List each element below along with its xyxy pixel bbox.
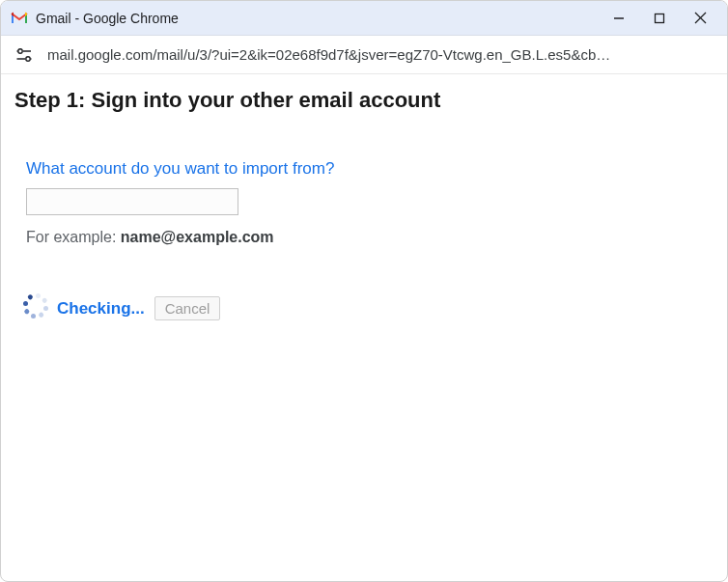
spinner-icon (28, 299, 47, 319)
svg-rect-1 (656, 14, 664, 22)
status-text: Checking... (57, 299, 145, 319)
url-text: mail.google.com/mail/u/3/?ui=2&ik=02e68f… (47, 46, 714, 63)
window-controls (609, 9, 710, 28)
minimize-button[interactable] (609, 9, 629, 28)
titlebar: Gmail - Google Chrome (1, 1, 727, 36)
page-heading: Step 1: Sign into your other email accou… (14, 88, 714, 113)
email-input[interactable] (26, 188, 238, 215)
maximize-button[interactable] (650, 9, 669, 28)
cancel-button[interactable]: Cancel (154, 296, 221, 320)
gmail-icon (11, 12, 28, 25)
window-title: Gmail - Google Chrome (36, 11, 179, 26)
example-text: For example: name@example.com (26, 229, 714, 246)
example-prefix: For example: (26, 229, 121, 245)
svg-point-4 (18, 48, 22, 52)
site-settings-icon[interactable] (14, 45, 34, 65)
page-content: Step 1: Sign into your other email accou… (1, 74, 727, 581)
close-button[interactable] (690, 9, 710, 28)
status-row: Checking... Cancel (28, 296, 714, 320)
svg-point-7 (26, 56, 30, 60)
example-email: name@example.com (121, 229, 274, 245)
chrome-window: Gmail - Google Chrome mail. (0, 0, 728, 582)
address-bar[interactable]: mail.google.com/mail/u/3/?ui=2&ik=02e68f… (1, 36, 727, 74)
prompt-label: What account do you want to import from? (26, 159, 714, 179)
